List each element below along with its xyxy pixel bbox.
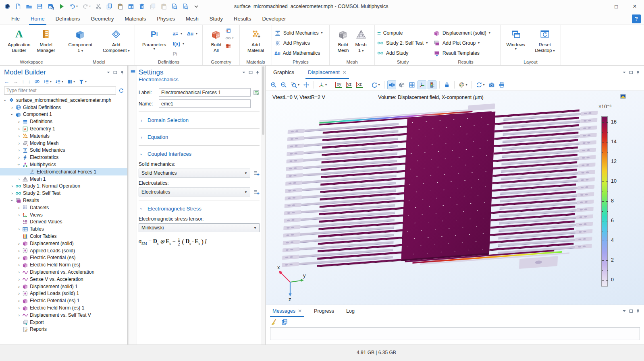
clear-messages-icon[interactable] bbox=[271, 319, 277, 325]
zoom-out-button[interactable] bbox=[279, 80, 288, 89]
tree-item-study-1-normal-operation[interactable]: ›Study 1: Normal Operation bbox=[0, 183, 127, 190]
solid-mechanics-select[interactable]: Solid Mechanics▼ bbox=[139, 169, 250, 177]
find-icon[interactable] bbox=[171, 3, 178, 10]
zoom-in-button[interactable] bbox=[269, 80, 278, 89]
open-file-icon[interactable] bbox=[26, 3, 32, 10]
tree-expand-arrow[interactable]: › bbox=[16, 291, 22, 296]
tree-item-electric-potential-es[interactable]: ›Electric Potential (es) bbox=[0, 254, 127, 262]
refresh-icon[interactable] bbox=[118, 88, 124, 93]
view-lock-button[interactable] bbox=[442, 80, 451, 89]
menu-geometry[interactable]: Geometry bbox=[91, 13, 114, 25]
tree-expand-arrow[interactable]: › bbox=[16, 227, 22, 231]
tree-item-results[interactable]: ›Results bbox=[0, 197, 127, 204]
settings-menu-icon[interactable] bbox=[130, 69, 136, 74]
add-material-button[interactable]: AddMaterial bbox=[245, 27, 266, 54]
show-hide-icon[interactable] bbox=[34, 79, 40, 85]
section-electromagnetic-stress[interactable]: ›Electromagnetic Stress bbox=[139, 204, 260, 213]
menu-physics[interactable]: Physics bbox=[157, 13, 175, 25]
print-button[interactable] bbox=[497, 80, 506, 89]
tree-expand-arrow[interactable]: › bbox=[16, 298, 22, 303]
tree-item-export[interactable]: Export bbox=[0, 319, 127, 326]
customize-toolbar-chevron-icon[interactable] bbox=[193, 3, 199, 10]
tree-expand-arrow[interactable]: › bbox=[16, 255, 22, 260]
duplicate-icon[interactable] bbox=[128, 3, 134, 10]
new-file-icon[interactable] bbox=[15, 3, 21, 10]
tab-graphics[interactable]: Graphics bbox=[273, 66, 294, 79]
tree-item-color-tables[interactable]: Color Tables bbox=[0, 233, 127, 240]
tree-collapse-arrow[interactable]: › bbox=[9, 112, 15, 117]
tree-item-displacement-vs-acceleration[interactable]: ›Displacement vs. Acceleration bbox=[0, 268, 127, 276]
menu-materials[interactable]: Materials bbox=[125, 13, 146, 25]
close-button[interactable]: × bbox=[625, 0, 644, 13]
study-2-self-test-button[interactable]: Study 2: Self Test▾ bbox=[377, 39, 428, 47]
tree-item-views[interactable]: ›Views bbox=[0, 211, 127, 219]
menu-study[interactable]: Study bbox=[210, 13, 223, 25]
tree-collapse-arrow[interactable]: › bbox=[2, 98, 8, 103]
transparency-toggle[interactable] bbox=[397, 80, 406, 89]
rotate-view-button[interactable]: ▾ bbox=[370, 80, 381, 89]
panel-menu-chevron-icon[interactable] bbox=[622, 309, 626, 313]
tree-collapse-arrow[interactable]: › bbox=[16, 162, 22, 167]
tree-item-mesh-1[interactable]: ›Mesh 1 bbox=[0, 175, 127, 183]
partition-icon[interactable] bbox=[225, 43, 231, 49]
tree-item-multiphysics[interactable]: ›Multiphysics bbox=[0, 161, 127, 168]
tree-expand-arrow[interactable]: › bbox=[16, 277, 22, 282]
tree-item-tables[interactable]: ›Tables bbox=[0, 225, 127, 233]
build-all-button[interactable]: BuildAll bbox=[208, 27, 224, 54]
collapse-all-button[interactable]: ▾ bbox=[44, 79, 52, 85]
tree-item-materials[interactable]: ›Materials bbox=[0, 132, 127, 140]
zoom-extents-button[interactable] bbox=[302, 80, 311, 89]
add-plot-group-button[interactable]: Add Plot Group▾ bbox=[434, 39, 490, 47]
view-xz-button[interactable]: xz bbox=[355, 80, 364, 89]
tree-expand-arrow[interactable]: › bbox=[16, 248, 22, 253]
displacement-solid-button[interactable]: Displacement (solid)▾ bbox=[434, 29, 490, 37]
save-as-icon[interactable] bbox=[48, 3, 54, 10]
help-button[interactable]: ? bbox=[632, 14, 641, 23]
tab-log[interactable]: Log bbox=[346, 305, 355, 317]
tree-item-reports[interactable]: Reports bbox=[0, 326, 127, 333]
solid-mechanics-button[interactable]: Solid Mechanics▾ bbox=[274, 29, 322, 37]
menu-mesh[interactable]: Mesh bbox=[186, 13, 199, 25]
panel-float-icon[interactable] bbox=[249, 70, 253, 74]
add-interface-icon[interactable] bbox=[253, 170, 260, 176]
axis-orientation-toggle[interactable] bbox=[418, 80, 426, 89]
tree-item-sense-v-vs-acceleration[interactable]: ›Sense V vs. Acceleration bbox=[0, 276, 127, 283]
copy-icon[interactable] bbox=[106, 3, 112, 10]
tab-close-icon[interactable]: ✕ bbox=[298, 308, 302, 314]
paste-icon[interactable] bbox=[117, 3, 123, 10]
tree-expand-arrow[interactable]: › bbox=[16, 262, 22, 267]
tree-expand-arrow[interactable]: › bbox=[16, 270, 22, 274]
find-replace-icon[interactable] bbox=[182, 3, 189, 10]
color-legend-toggle[interactable] bbox=[428, 80, 436, 89]
compute-button[interactable]: =Compute bbox=[377, 29, 428, 37]
tree-expand-arrow[interactable]: › bbox=[16, 205, 22, 210]
tree-expand-arrow[interactable]: › bbox=[16, 241, 22, 246]
nonlocal-couplings-button[interactable]: Δu▾ bbox=[187, 29, 197, 38]
tree-item-displacement-vs-self-test-v[interactable]: ›Displacement vs. Self Test V bbox=[0, 311, 127, 319]
plot-update-button[interactable]: ▾ bbox=[475, 80, 486, 89]
settings-scrollbar[interactable] bbox=[261, 66, 265, 344]
tree-item-solid-mechanics[interactable]: ›Solid Mechanics bbox=[0, 147, 127, 154]
label-field[interactable] bbox=[159, 88, 251, 97]
tree-item-electromechanical-forces-1[interactable]: Electromechanical Forces 1 bbox=[0, 168, 127, 175]
run-icon[interactable] bbox=[58, 3, 65, 10]
cut-icon[interactable] bbox=[95, 3, 102, 10]
color-palette-button[interactable]: ▾ bbox=[457, 80, 469, 89]
panel-pin-icon[interactable] bbox=[120, 70, 124, 74]
tree-item-moving-mesh[interactable]: ›Moving Mesh bbox=[0, 140, 127, 147]
tree-expand-arrow[interactable]: › bbox=[16, 212, 22, 217]
panel-menu-chevron-icon[interactable] bbox=[242, 70, 246, 74]
tree-expand-arrow[interactable]: › bbox=[9, 191, 15, 196]
variables-button[interactable]: a=▾ bbox=[172, 29, 182, 38]
menu-file[interactable]: File bbox=[11, 13, 20, 25]
move-up-icon[interactable]: ↑ bbox=[22, 78, 25, 85]
tree-expand-arrow[interactable]: › bbox=[16, 119, 22, 124]
tree-item-electrostatics[interactable]: ›Electrostatics bbox=[0, 154, 127, 161]
panel-menu-chevron-icon[interactable] bbox=[106, 70, 110, 74]
rename-icon[interactable] bbox=[253, 89, 260, 96]
stress-tensor-select[interactable]: Minkowski▼ bbox=[139, 223, 260, 232]
tree-item-geometry-1[interactable]: ›Geometry 1 bbox=[0, 125, 127, 132]
tree-item-datasets[interactable]: ›Datasets bbox=[0, 204, 127, 211]
node-columns-button[interactable]: ▾ bbox=[67, 79, 75, 85]
tree-item-component-1[interactable]: ›Component 1 bbox=[0, 111, 127, 118]
